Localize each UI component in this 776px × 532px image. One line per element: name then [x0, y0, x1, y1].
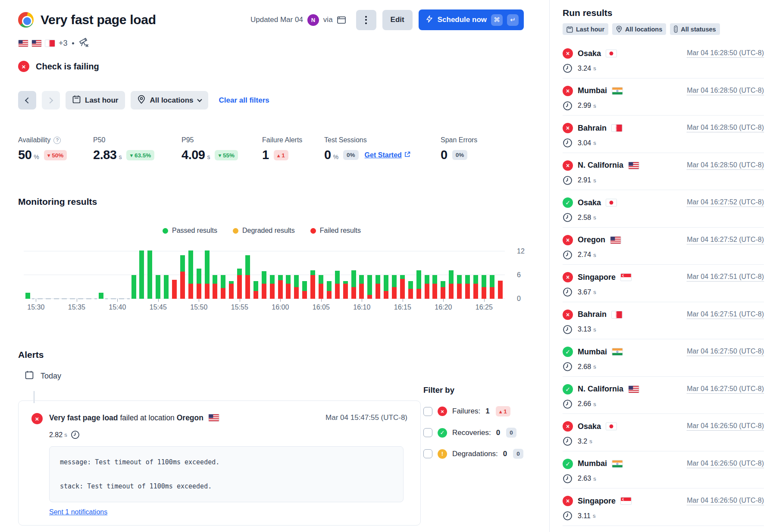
time-range-filter-button[interactable]: Last hour — [66, 91, 125, 110]
run-result-item[interactable]: ×N. CaliforniaMar 04 16:28:50 (UTC-8)2.9… — [563, 153, 764, 191]
chart-bar-15:36[interactable] — [81, 241, 89, 299]
chart-bar-16:05[interactable] — [317, 241, 325, 299]
chart-bar-15:58[interactable] — [260, 241, 268, 299]
chart-bar-16:14[interactable] — [390, 241, 398, 299]
chart-bar-16:20[interactable] — [439, 241, 447, 299]
run-timestamp-link[interactable]: Mar 04 16:27:52 (UTC-8) — [687, 236, 764, 244]
run-result-item[interactable]: ✓MumbaiMar 04 16:27:50 (UTC-8)2.68s — [563, 339, 764, 377]
checkbox[interactable] — [423, 449, 432, 458]
chart-bar-16:25[interactable] — [480, 241, 488, 299]
chart-bar-16:21[interactable] — [447, 241, 455, 299]
chart-bar-16:16[interactable] — [407, 241, 415, 299]
chart-bar-15:43[interactable] — [138, 241, 146, 299]
chart-bar-16:08[interactable] — [341, 241, 350, 299]
run-timestamp-link[interactable]: Mar 04 16:27:51 (UTC-8) — [687, 273, 764, 282]
chart-bar-16:12[interactable] — [374, 241, 382, 299]
run-result-item[interactable]: ×SingaporeMar 04 16:27:51 (UTC-8)3.67s — [563, 265, 764, 302]
legend-item-degraded[interactable]: Degraded results — [233, 227, 295, 235]
chart-bar-15:48[interactable] — [178, 241, 187, 299]
chart-bar-15:40[interactable] — [113, 241, 122, 299]
get-started-link[interactable]: Get Started — [365, 151, 410, 159]
chart-bar-16:26[interactable] — [488, 241, 496, 299]
chart-bar-15:37[interactable] — [89, 241, 97, 299]
more-menu-button[interactable] — [356, 10, 376, 30]
chart-bar-16:04[interactable] — [309, 241, 317, 299]
chart-bar-15:45[interactable] — [154, 241, 162, 299]
next-period-button[interactable] — [42, 91, 60, 110]
run-result-item[interactable]: ×SingaporeMar 04 16:26:50 (UTC-8)3.11s — [563, 488, 764, 526]
chart-bar-16:00[interactable] — [276, 241, 285, 299]
chart-bar-15:52[interactable] — [211, 241, 219, 299]
prev-period-button[interactable] — [18, 91, 36, 110]
chart-bar-16:10[interactable] — [358, 241, 366, 299]
chart-bar-15:41[interactable] — [122, 241, 130, 299]
chart-bar-16:06[interactable] — [325, 241, 333, 299]
checkbox[interactable] — [423, 428, 432, 437]
run-timestamp-link[interactable]: Mar 04 16:28:50 (UTC-8) — [687, 87, 764, 95]
chart-bar-16:22[interactable] — [455, 241, 463, 299]
sent-notifications-link[interactable]: Sent 1 notifications — [49, 508, 107, 516]
chart-bar-16:17[interactable] — [415, 241, 423, 299]
chart-bar-16:27[interactable] — [496, 241, 504, 299]
help-icon[interactable]: ? — [53, 137, 61, 144]
chart-bar-15:54[interactable] — [227, 241, 235, 299]
run-result-item[interactable]: ✓MumbaiMar 04 16:26:50 (UTC-8)2.63s — [563, 451, 764, 489]
chart-bar-15:31[interactable] — [40, 241, 48, 299]
chart-bar-15:29[interactable] — [24, 241, 32, 299]
chart-bar-15:53[interactable] — [219, 241, 227, 299]
run-timestamp-link[interactable]: Mar 04 16:28:50 (UTC-8) — [687, 49, 764, 58]
chart-bar-15:39[interactable] — [105, 241, 113, 299]
chart-bar-15:59[interactable] — [268, 241, 276, 299]
chart-bar-16:09[interactable] — [350, 241, 358, 299]
run-timestamp-link[interactable]: Mar 04 16:28:50 (UTC-8) — [687, 161, 764, 170]
chart-bar-15:30[interactable] — [32, 241, 40, 299]
chart-bar-15:57[interactable] — [252, 241, 260, 299]
run-timestamp-link[interactable]: Mar 04 16:26:50 (UTC-8) — [687, 422, 764, 431]
chart-bar-15:32[interactable] — [48, 241, 56, 299]
chart-bar-16:19[interactable] — [431, 241, 439, 299]
run-timestamp-link[interactable]: Mar 04 16:27:51 (UTC-8) — [687, 310, 764, 319]
chart-bar-15:51[interactable] — [203, 241, 211, 299]
chart-bar-15:55[interactable] — [235, 241, 244, 299]
chart-bar-15:44[interactable] — [146, 241, 154, 299]
chart-bar-16:11[interactable] — [366, 241, 374, 299]
run-timestamp-link[interactable]: Mar 04 16:26:50 (UTC-8) — [687, 460, 764, 468]
chart-bar-15:56[interactable] — [244, 241, 252, 299]
run-result-item[interactable]: ✓OsakaMar 04 16:27:52 (UTC-8)2.58s — [563, 190, 764, 228]
run-filter-pill-traffic[interactable]: All statuses — [670, 23, 720, 35]
chart-bar-15:34[interactable] — [64, 241, 72, 299]
run-result-item[interactable]: ×BahrainMar 04 16:28:50 (UTC-8)3.04s — [563, 116, 764, 153]
chart-bar-16:07[interactable] — [333, 241, 341, 299]
run-result-item[interactable]: ×OsakaMar 04 16:26:50 (UTC-8)3.2s — [563, 414, 764, 451]
run-timestamp-link[interactable]: Mar 04 16:27:50 (UTC-8) — [687, 347, 764, 356]
run-timestamp-link[interactable]: Mar 04 16:28:50 (UTC-8) — [687, 124, 764, 132]
chart-bar-16:23[interactable] — [463, 241, 472, 299]
run-timestamp-link[interactable]: Mar 04 16:27:52 (UTC-8) — [687, 198, 764, 207]
schedule-now-button[interactable]: Schedule now ⌘ ↵ — [419, 9, 524, 30]
chart-bar-16:01[interactable] — [285, 241, 293, 299]
chart-bar-16:18[interactable] — [423, 241, 431, 299]
run-result-item[interactable]: ✓N. CaliforniaMar 04 16:27:50 (UTC-8)2.6… — [563, 377, 764, 414]
run-result-item[interactable]: ×BahrainMar 04 16:27:51 (UTC-8)3.13s — [563, 302, 764, 340]
chart-bar-16:03[interactable] — [300, 241, 309, 299]
chart-bar-15:50[interactable] — [195, 241, 203, 299]
clear-all-filters-link[interactable]: Clear all filters — [219, 96, 269, 105]
locations-filter-button[interactable]: All locations — [131, 91, 208, 110]
alert-card[interactable]: × Very fast page load failed at location… — [18, 401, 421, 526]
run-timestamp-link[interactable]: Mar 04 16:26:50 (UTC-8) — [687, 497, 764, 505]
checkbox[interactable] — [423, 407, 432, 416]
run-result-item[interactable]: ×OregonMar 04 16:27:52 (UTC-8)2.74s — [563, 228, 764, 265]
edit-button[interactable]: Edit — [382, 10, 413, 30]
chart-bar-16:02[interactable] — [292, 241, 300, 299]
chart-bar-15:38[interactable] — [97, 241, 105, 299]
chart-bar-15:33[interactable] — [56, 241, 65, 299]
run-filter-pill-pin[interactable]: All locations — [612, 23, 666, 35]
chart-bar-16:13[interactable] — [382, 241, 390, 299]
legend-item-failed[interactable]: Failed results — [310, 227, 361, 235]
run-result-item[interactable]: ×MumbaiMar 04 16:28:50 (UTC-8)2.99s — [563, 78, 764, 116]
chart-bar-15:35[interactable] — [72, 241, 81, 299]
chart-bar-15:46[interactable] — [162, 241, 170, 299]
legend-item-passed[interactable]: Passed results — [163, 227, 217, 235]
chart-bar-15:49[interactable] — [187, 241, 195, 299]
run-timestamp-link[interactable]: Mar 04 16:27:50 (UTC-8) — [687, 385, 764, 394]
